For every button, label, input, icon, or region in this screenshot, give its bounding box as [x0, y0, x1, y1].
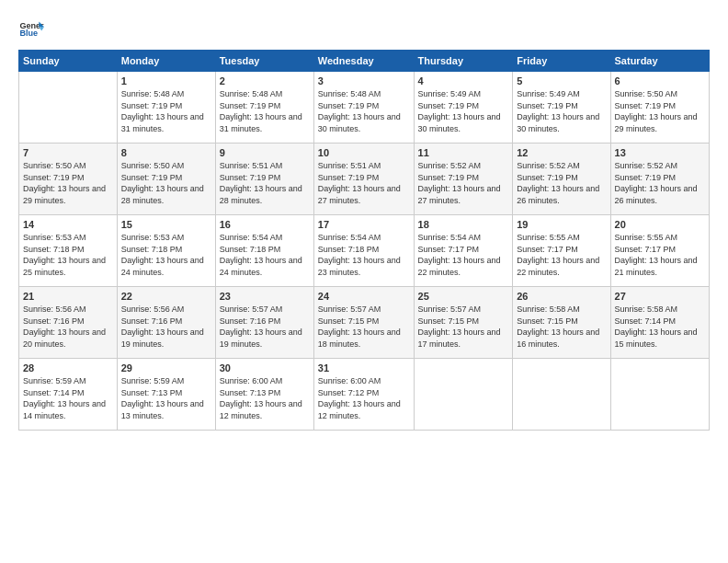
cell-week2-day2: 8Sunrise: 5:50 AMSunset: 7:19 PMDaylight… [117, 144, 215, 215]
cell-week2-day3: 9Sunrise: 5:51 AMSunset: 7:19 PMDaylight… [215, 144, 313, 215]
cell-week4-day3: 23Sunrise: 5:57 AMSunset: 7:16 PMDayligh… [215, 287, 313, 359]
page: General Blue SundayMondayTuesdayWednesda… [0, 0, 728, 563]
day-info: Sunrise: 5:50 AMSunset: 7:19 PMDaylight:… [23, 160, 113, 206]
cell-week5-day4: 31Sunrise: 6:00 AMSunset: 7:12 PMDayligh… [313, 359, 414, 431]
day-number: 8 [121, 147, 211, 158]
day-info: Sunrise: 5:52 AMSunset: 7:19 PMDaylight:… [615, 160, 705, 206]
day-info: Sunrise: 5:52 AMSunset: 7:19 PMDaylight:… [418, 160, 509, 206]
day-number: 25 [418, 291, 509, 302]
day-info: Sunrise: 5:48 AMSunset: 7:19 PMDaylight:… [121, 88, 211, 134]
cell-week1-day2: 1Sunrise: 5:48 AMSunset: 7:19 PMDaylight… [117, 72, 215, 144]
day-info: Sunrise: 5:48 AMSunset: 7:19 PMDaylight:… [220, 88, 310, 134]
day-number: 31 [318, 362, 410, 373]
cell-week2-day4: 10Sunrise: 5:51 AMSunset: 7:19 PMDayligh… [313, 144, 414, 215]
cell-week3-day6: 19Sunrise: 5:55 AMSunset: 7:17 PMDayligh… [513, 215, 610, 287]
day-number: 18 [418, 219, 509, 230]
day-info: Sunrise: 5:55 AMSunset: 7:17 PMDaylight:… [517, 232, 606, 278]
day-number: 19 [517, 219, 606, 230]
cell-week2-day5: 11Sunrise: 5:52 AMSunset: 7:19 PMDayligh… [414, 144, 513, 215]
cell-week5-day6 [513, 359, 610, 431]
col-header-monday: Monday [117, 51, 215, 72]
day-number: 2 [220, 75, 310, 86]
day-info: Sunrise: 5:54 AMSunset: 7:17 PMDaylight:… [418, 232, 509, 278]
day-number: 10 [318, 147, 410, 158]
cell-week1-day3: 2Sunrise: 5:48 AMSunset: 7:19 PMDaylight… [215, 72, 313, 144]
day-info: Sunrise: 5:54 AMSunset: 7:18 PMDaylight:… [318, 232, 410, 278]
day-number: 23 [220, 291, 310, 302]
day-number: 30 [220, 362, 310, 373]
day-info: Sunrise: 5:50 AMSunset: 7:19 PMDaylight:… [121, 160, 211, 206]
day-info: Sunrise: 5:56 AMSunset: 7:16 PMDaylight:… [121, 304, 211, 350]
cell-week2-day6: 12Sunrise: 5:52 AMSunset: 7:19 PMDayligh… [513, 144, 610, 215]
column-headers: SundayMondayTuesdayWednesdayThursdayFrid… [19, 51, 710, 72]
day-info: Sunrise: 5:54 AMSunset: 7:18 PMDaylight:… [220, 232, 310, 278]
day-number: 17 [318, 219, 410, 230]
day-info: Sunrise: 5:57 AMSunset: 7:15 PMDaylight:… [318, 304, 410, 350]
week-row-1: 1Sunrise: 5:48 AMSunset: 7:19 PMDaylight… [19, 72, 710, 144]
day-number: 28 [23, 362, 113, 373]
day-number: 20 [615, 219, 705, 230]
cell-week4-day4: 24Sunrise: 5:57 AMSunset: 7:15 PMDayligh… [313, 287, 414, 359]
day-number: 14 [23, 219, 113, 230]
cell-week4-day1: 21Sunrise: 5:56 AMSunset: 7:16 PMDayligh… [19, 287, 118, 359]
logo-icon: General Blue [18, 17, 44, 42]
svg-text:Blue: Blue [19, 29, 38, 38]
cell-week5-day3: 30Sunrise: 6:00 AMSunset: 7:13 PMDayligh… [215, 359, 313, 431]
day-info: Sunrise: 5:56 AMSunset: 7:16 PMDaylight:… [23, 304, 113, 350]
cell-week3-day7: 20Sunrise: 5:55 AMSunset: 7:17 PMDayligh… [610, 215, 709, 287]
day-number: 12 [517, 147, 606, 158]
cell-week3-day1: 14Sunrise: 5:53 AMSunset: 7:18 PMDayligh… [19, 215, 118, 287]
day-number: 1 [121, 75, 211, 86]
cell-week4-day6: 26Sunrise: 5:58 AMSunset: 7:15 PMDayligh… [513, 287, 610, 359]
day-info: Sunrise: 5:52 AMSunset: 7:19 PMDaylight:… [517, 160, 606, 206]
day-number: 9 [220, 147, 310, 158]
cell-week3-day3: 16Sunrise: 5:54 AMSunset: 7:18 PMDayligh… [215, 215, 313, 287]
calendar-body: 1Sunrise: 5:48 AMSunset: 7:19 PMDaylight… [19, 72, 710, 431]
day-info: Sunrise: 5:48 AMSunset: 7:19 PMDaylight:… [318, 88, 410, 134]
day-info: Sunrise: 5:58 AMSunset: 7:14 PMDaylight:… [615, 304, 705, 350]
day-number: 13 [615, 147, 705, 158]
cell-week3-day5: 18Sunrise: 5:54 AMSunset: 7:17 PMDayligh… [414, 215, 513, 287]
week-row-5: 28Sunrise: 5:59 AMSunset: 7:14 PMDayligh… [19, 359, 710, 431]
day-number: 27 [615, 291, 705, 302]
cell-week4-day5: 25Sunrise: 5:57 AMSunset: 7:15 PMDayligh… [414, 287, 513, 359]
day-number: 15 [121, 219, 211, 230]
calendar-table: SundayMondayTuesdayWednesdayThursdayFrid… [18, 50, 710, 431]
day-info: Sunrise: 6:00 AMSunset: 7:12 PMDaylight:… [318, 375, 410, 421]
day-number: 29 [121, 362, 211, 373]
day-number: 26 [517, 291, 606, 302]
day-number: 21 [23, 291, 113, 302]
day-info: Sunrise: 5:51 AMSunset: 7:19 PMDaylight:… [318, 160, 410, 206]
day-info: Sunrise: 6:00 AMSunset: 7:13 PMDaylight:… [220, 375, 310, 421]
day-info: Sunrise: 5:49 AMSunset: 7:19 PMDaylight:… [418, 88, 509, 134]
day-number: 7 [23, 147, 113, 158]
cell-week1-day1 [19, 72, 118, 144]
cell-week1-day6: 5Sunrise: 5:49 AMSunset: 7:19 PMDaylight… [513, 72, 610, 144]
day-info: Sunrise: 5:53 AMSunset: 7:18 PMDaylight:… [121, 232, 211, 278]
day-info: Sunrise: 5:58 AMSunset: 7:15 PMDaylight:… [517, 304, 606, 350]
day-info: Sunrise: 5:53 AMSunset: 7:18 PMDaylight:… [23, 232, 113, 278]
day-info: Sunrise: 5:50 AMSunset: 7:19 PMDaylight:… [615, 88, 705, 134]
day-number: 3 [318, 75, 410, 86]
col-header-wednesday: Wednesday [313, 51, 414, 72]
logo: General Blue [18, 17, 44, 42]
col-header-sunday: Sunday [19, 51, 118, 72]
cell-week2-day1: 7Sunrise: 5:50 AMSunset: 7:19 PMDaylight… [19, 144, 118, 215]
col-header-thursday: Thursday [414, 51, 513, 72]
header: General Blue [18, 17, 710, 42]
day-info: Sunrise: 5:59 AMSunset: 7:13 PMDaylight:… [121, 375, 211, 421]
cell-week3-day4: 17Sunrise: 5:54 AMSunset: 7:18 PMDayligh… [313, 215, 414, 287]
day-number: 24 [318, 291, 410, 302]
cell-week4-day2: 22Sunrise: 5:56 AMSunset: 7:16 PMDayligh… [117, 287, 215, 359]
cell-week3-day2: 15Sunrise: 5:53 AMSunset: 7:18 PMDayligh… [117, 215, 215, 287]
day-number: 6 [615, 75, 705, 86]
day-info: Sunrise: 5:59 AMSunset: 7:14 PMDaylight:… [23, 375, 113, 421]
col-header-friday: Friday [513, 51, 610, 72]
cell-week5-day1: 28Sunrise: 5:59 AMSunset: 7:14 PMDayligh… [19, 359, 118, 431]
col-header-saturday: Saturday [610, 51, 709, 72]
day-info: Sunrise: 5:57 AMSunset: 7:16 PMDaylight:… [220, 304, 310, 350]
cell-week5-day7 [610, 359, 709, 431]
week-row-3: 14Sunrise: 5:53 AMSunset: 7:18 PMDayligh… [19, 215, 710, 287]
cell-week5-day5 [414, 359, 513, 431]
cell-week1-day4: 3Sunrise: 5:48 AMSunset: 7:19 PMDaylight… [313, 72, 414, 144]
